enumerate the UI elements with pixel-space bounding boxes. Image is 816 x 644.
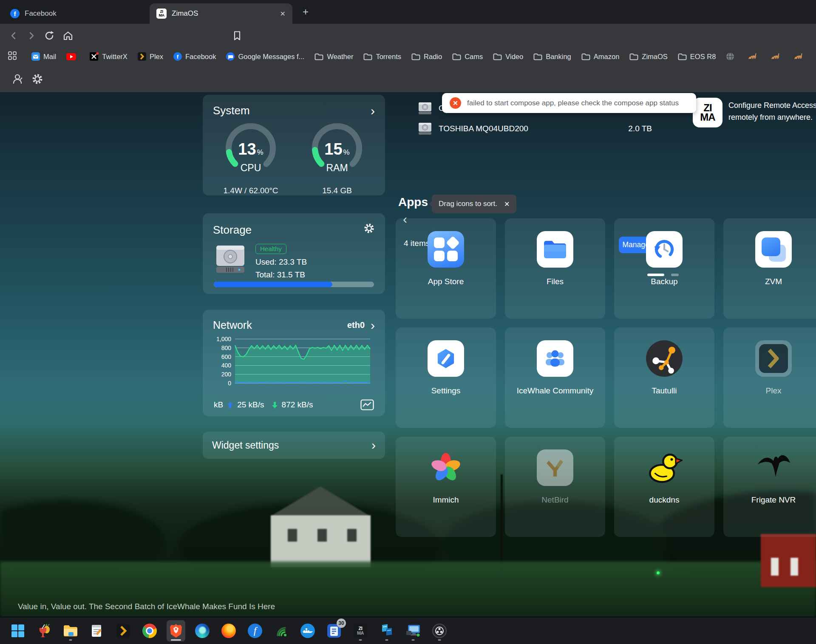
system-title: System	[213, 104, 250, 117]
app-app-store[interactable]: App Store	[396, 218, 496, 319]
widget-settings-chevron-icon: ›	[371, 441, 376, 449]
bookmark-folder-eos-r8[interactable]: EOS R8	[673, 53, 721, 61]
app-duckdns[interactable]: duckdns	[614, 437, 714, 537]
remote-desktop-icon[interactable]	[404, 620, 422, 641]
bookmark-folder-radio[interactable]: Radio	[406, 53, 447, 61]
svg-text:200: 200	[221, 371, 232, 378]
network-chart: 1,0008006004002000	[209, 335, 377, 391]
bookmark-globe[interactable]	[721, 52, 743, 61]
bookmark-folder-zimaos[interactable]: ZimaOS	[624, 53, 673, 61]
chart-icon[interactable]	[360, 399, 374, 410]
bookmark-camel-1[interactable]	[743, 53, 766, 60]
bookmark-folder-weather[interactable]: Weather	[309, 53, 358, 61]
bookmark-folder-torrents[interactable]: Torrents	[358, 53, 406, 61]
app-icewhale-community[interactable]: IceWhale Community	[505, 328, 605, 428]
app-netbird[interactable]: NetBird	[505, 437, 605, 537]
edge-icon[interactable]	[193, 620, 212, 641]
announcement-banner[interactable]: Value in, Value out. The Second Batch of…	[18, 602, 275, 611]
folder-icon	[533, 53, 542, 60]
app-frigate-nvr[interactable]: Frigate NVR	[723, 437, 816, 537]
forward-icon[interactable]	[26, 30, 37, 42]
svg-text:0: 0	[228, 380, 231, 387]
notification-badge: 30	[337, 619, 346, 628]
back-icon[interactable]	[8, 30, 20, 42]
app-tautulli[interactable]: Tautulli	[614, 328, 714, 428]
signal-app-icon[interactable]	[272, 620, 291, 641]
zima-logo[interactable]: ZIMA	[693, 98, 722, 127]
widget-settings-button[interactable]: Widget settings ›	[203, 432, 385, 459]
network-upload: 25 kB/s	[237, 400, 264, 410]
app-plex[interactable]: Plex	[723, 328, 816, 428]
download-arrow-icon	[272, 402, 278, 408]
system-widget: System › 13% CPU 1.4W / 62.00°C	[203, 95, 385, 195]
community-icon	[537, 340, 573, 377]
bookmark-facebook[interactable]: f Facebook	[168, 52, 221, 61]
twitter-x-icon	[90, 52, 99, 61]
browser-toolbar: Not secure 192.168.0.186/#/	[0, 24, 816, 48]
app-immich[interactable]: Immich	[396, 437, 496, 537]
server-app-icon[interactable]	[377, 620, 396, 641]
file-explorer-icon[interactable]	[61, 620, 80, 641]
app-files[interactable]: Files	[505, 218, 605, 319]
cpu-detail: 1.4W / 62.00°C	[212, 186, 289, 195]
app-settings[interactable]: Settings	[396, 328, 496, 428]
chrome-icon[interactable]	[140, 620, 159, 641]
tab-zimaos-label: ZimaOS	[172, 9, 198, 18]
ram-gauge: 15% RAM 15.4 GB	[299, 118, 375, 201]
settings-gear-icon[interactable]	[31, 73, 43, 87]
start-button[interactable]	[8, 620, 27, 641]
plex-taskbar-icon[interactable]	[114, 620, 133, 641]
cocktail-app-icon[interactable]	[35, 620, 54, 641]
todo-app-icon[interactable]: 30	[325, 620, 343, 641]
storage-gear-icon[interactable]	[363, 223, 375, 237]
bookmark-camel-2[interactable]	[766, 53, 789, 60]
firefox-icon[interactable]	[219, 620, 238, 641]
immich-icon	[428, 449, 464, 486]
app-zvm[interactable]: ZVM	[723, 218, 816, 319]
storage-title: Storage	[213, 223, 252, 237]
bookmark-folder-video[interactable]: Video	[488, 53, 528, 61]
bookmark-youtube[interactable]	[61, 53, 85, 60]
network-interface[interactable]: eth0	[347, 320, 365, 330]
bookmark-folder-banking[interactable]: Banking	[528, 53, 576, 61]
docker-icon[interactable]	[298, 620, 317, 641]
error-icon: ✕	[450, 97, 461, 109]
home-icon[interactable]	[62, 30, 74, 42]
bookmark-folder-clipped[interactable]	[812, 53, 816, 60]
network-chevron-icon[interactable]: ›	[371, 321, 375, 330]
tab-zimaos[interactable]: ZIMA ZimaOS ✕	[150, 3, 292, 24]
settings-app-icon	[428, 340, 464, 377]
bookmark-folder-cams[interactable]: Cams	[447, 53, 488, 61]
brave-icon-active[interactable]	[167, 620, 185, 641]
storage-total: Total: 31.5 TB	[255, 270, 307, 280]
bookmark-plex[interactable]: Plex	[133, 52, 168, 61]
hdd-icon	[215, 244, 246, 274]
system-chevron-icon[interactable]: ›	[371, 107, 375, 115]
user-account-icon[interactable]	[12, 73, 24, 87]
disk-size: 2.0 TB	[628, 124, 652, 133]
bookmark-google-messages[interactable]: Google Messages f...	[221, 52, 309, 61]
network-download: 872 kB/s	[282, 400, 313, 410]
bookmark-flag-icon[interactable]	[231, 30, 243, 42]
obs-icon[interactable]	[430, 620, 449, 641]
disk-drive-icon	[417, 101, 433, 116]
new-tab-button[interactable]: +	[303, 6, 309, 18]
disk-row-2[interactable]: TOSHIBA MQ04UBD200 2.0 TB	[417, 119, 652, 138]
toast-message: failed to start compose app, please chec…	[467, 99, 679, 107]
f-app-icon[interactable]: f	[246, 620, 264, 641]
tooltip-close-icon[interactable]: ✕	[504, 200, 510, 208]
page-header-strip	[0, 65, 816, 92]
bookmark-mail[interactable]: Mail	[26, 52, 61, 61]
tab-facebook[interactable]: f Facebook	[4, 3, 132, 24]
app-backup[interactable]: Backup	[614, 218, 714, 319]
tab-groups-icon[interactable]	[5, 51, 20, 62]
bookmark-twitterx[interactable]: TwitterX	[85, 52, 133, 61]
reload-icon[interactable]	[43, 30, 55, 42]
notepad-icon[interactable]	[88, 620, 106, 641]
app-grid: App Store Files Backup ZVM	[396, 218, 816, 537]
bookmark-camel-3[interactable]	[789, 53, 812, 60]
zimaos-taskbar-icon[interactable]: ZIMA	[351, 620, 370, 641]
storage-widget: Storage Healthy Used: 23.3 TB To	[203, 213, 385, 294]
tab-close-icon[interactable]: ✕	[280, 10, 286, 18]
bookmark-folder-amazon[interactable]: Amazon	[576, 53, 625, 61]
